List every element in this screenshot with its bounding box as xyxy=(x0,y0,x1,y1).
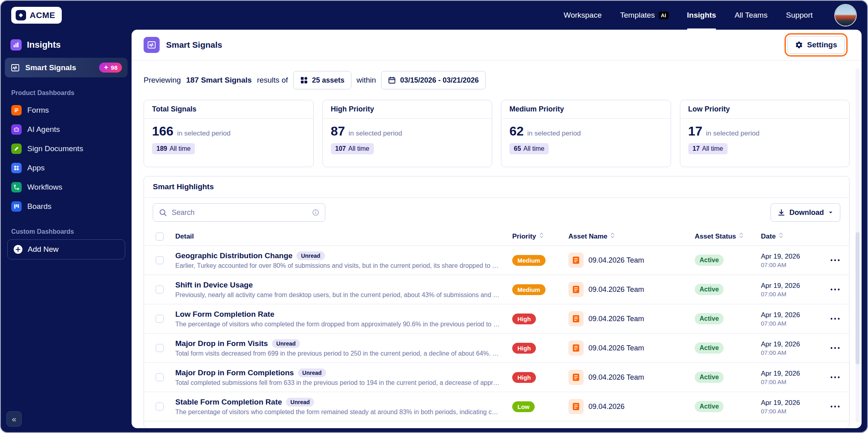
signal-detail-cell: Shift in Device UsagePreviously, nearly … xyxy=(175,281,512,299)
row-menu-button[interactable] xyxy=(828,257,842,264)
time-value: 07:00 AM xyxy=(761,320,821,327)
header-checkbox[interactable] xyxy=(156,233,164,241)
date-range-button[interactable]: 03/15/2026 - 03/21/2026 xyxy=(381,71,485,89)
settings-button[interactable]: Settings xyxy=(787,36,845,54)
row-checkbox[interactable] xyxy=(156,285,164,293)
nav-item-templates[interactable]: TemplatesAI xyxy=(620,1,669,30)
sidebar-item-label: Workflows xyxy=(27,183,62,192)
column-header-asset-name[interactable]: Asset Name xyxy=(568,232,695,241)
stat-card-body: 62in selected period65All time xyxy=(501,119,671,161)
add-new-button[interactable]: Add New xyxy=(7,239,125,259)
priority-badge: High xyxy=(512,314,536,324)
assets-filter-button[interactable]: 25 assets xyxy=(293,71,351,89)
stat-value-line: 166in selected period xyxy=(152,124,305,138)
sidebar-item-apps[interactable]: Apps xyxy=(5,158,128,178)
preview-prefix: Previewing xyxy=(144,76,181,85)
table-row[interactable]: Shift in Device UsagePreviously, nearly … xyxy=(144,275,849,304)
date-value: Apr 19, 2026 xyxy=(761,340,821,348)
sidebar-item-ai-agents[interactable]: AI Agents xyxy=(5,120,128,139)
table-row[interactable]: Major Drop in Form VisitsUnreadTotal for… xyxy=(144,334,849,363)
stat-value-line: 17in selected period xyxy=(688,124,842,138)
main-content: Smart Signals Settings Previewing 187 Sm… xyxy=(132,30,862,428)
nav-item-insights[interactable]: Insights xyxy=(687,1,716,30)
signal-description: The percentage of visitors who completed… xyxy=(175,409,500,416)
nav-item-workspace[interactable]: Workspace xyxy=(564,1,602,30)
time-value: 07:00 AM xyxy=(761,378,821,385)
sidebar-collapse-button[interactable]: « xyxy=(6,411,22,427)
acme-logo-icon xyxy=(16,10,26,20)
row-checkbox[interactable] xyxy=(156,315,164,323)
scrollbar-thumb[interactable] xyxy=(856,232,860,364)
search-box[interactable] xyxy=(153,203,325,222)
date-cell: Apr 19, 202607:00 AM xyxy=(761,311,821,327)
download-button[interactable]: Download xyxy=(771,203,840,222)
status-badge: Active xyxy=(695,313,724,324)
signal-description: Earlier, Turkey accounted for over 80% o… xyxy=(175,262,500,269)
acme-logo[interactable]: ACME xyxy=(11,7,62,24)
column-header-detail: Detail xyxy=(175,233,512,241)
stat-card-title: Total Signals xyxy=(144,100,313,119)
row-checkbox[interactable] xyxy=(156,256,164,264)
sidebar-item-boards[interactable]: Boards xyxy=(5,197,128,216)
sidebar-item-forms[interactable]: Forms xyxy=(5,101,128,120)
stat-value-line: 62in selected period xyxy=(509,124,663,138)
stats-row: Total Signals166in selected period189All… xyxy=(132,89,862,167)
all-time-pill: 17All time xyxy=(688,143,728,154)
column-label: Priority xyxy=(512,233,536,241)
date-value: Apr 19, 2026 xyxy=(761,370,821,378)
column-label: Detail xyxy=(175,233,194,241)
row-menu-button[interactable] xyxy=(828,344,842,352)
stat-value-line: 87in selected period xyxy=(331,124,484,138)
stat-card-title: Low Priority xyxy=(680,100,850,119)
row-menu-button[interactable] xyxy=(828,374,842,381)
sidebar-item-workflows[interactable]: Workflows xyxy=(5,178,128,197)
row-checkbox[interactable] xyxy=(156,344,164,352)
asset-cell: 09.04.2026 xyxy=(568,399,695,414)
row-menu-button[interactable] xyxy=(828,286,842,293)
nav-item-support[interactable]: Support xyxy=(786,1,813,30)
status-badge: Active xyxy=(695,401,724,412)
sidebar-item-smart-signals[interactable]: Smart Signals 98 xyxy=(5,58,128,77)
sidebar-item-label: AI Agents xyxy=(27,125,60,134)
stat-card-body: 17in selected period17All time xyxy=(680,119,850,161)
sidebar-item-label: Apps xyxy=(27,164,45,172)
table-row[interactable]: Low Form Completion RateThe percentage o… xyxy=(144,304,849,334)
row-checkbox[interactable] xyxy=(156,403,164,411)
row-menu-button[interactable] xyxy=(828,403,842,410)
asset-name: 09.04.2026 xyxy=(588,403,625,411)
stat-card-body: 87in selected period107All time xyxy=(323,119,492,161)
form-asset-icon xyxy=(568,311,584,326)
table-header: DetailPriorityAsset NameAsset StatusDate xyxy=(144,227,849,246)
date-value: Apr 19, 2026 xyxy=(761,253,821,261)
table-row[interactable]: Major Drop in Form CompletionsUnreadTota… xyxy=(144,363,849,392)
unread-badge: Unread xyxy=(286,398,314,407)
stat-value: 62 xyxy=(509,124,524,138)
date-value: Apr 19, 2026 xyxy=(761,399,821,407)
stat-value: 166 xyxy=(152,124,173,138)
forms-icon xyxy=(11,105,22,115)
table-row[interactable]: Stable Form Completion RateUnreadThe per… xyxy=(144,392,849,421)
column-header-asset-status[interactable]: Asset Status xyxy=(695,232,761,241)
stat-value: 17 xyxy=(688,124,703,138)
sidebar-item-sign-documents[interactable]: Sign Documents xyxy=(5,139,128,158)
time-value: 07:00 AM xyxy=(761,408,821,415)
add-new-label: Add New xyxy=(28,245,59,254)
row-menu-button[interactable] xyxy=(828,315,842,322)
column-header-date[interactable]: Date xyxy=(761,232,821,241)
insights-icon xyxy=(10,39,22,51)
unread-badge: Unread xyxy=(296,251,324,260)
priority-cell: High xyxy=(512,343,568,354)
asset-cell: 09.04.2026 Team xyxy=(568,311,695,326)
signal-title: Low Form Completion Rate xyxy=(175,310,274,319)
nav-item-all-teams[interactable]: All Teams xyxy=(734,1,767,30)
priority-cell: Medium xyxy=(512,284,568,295)
search-input[interactable] xyxy=(171,208,308,217)
signal-detail-cell: Major Drop in Form VisitsUnreadTotal for… xyxy=(175,339,512,357)
user-avatar[interactable] xyxy=(834,4,857,26)
row-checkbox[interactable] xyxy=(156,373,164,381)
nav-label: Templates xyxy=(620,11,655,20)
stat-card-low-priority: Low Priority17in selected period17All ti… xyxy=(680,100,850,167)
column-header-priority[interactable]: Priority xyxy=(512,232,568,241)
table-row[interactable]: Geographic Distribution ChangeUnreadEarl… xyxy=(144,246,849,275)
sidebar: Insights Smart Signals 98 Product Dashbo… xyxy=(1,30,132,432)
